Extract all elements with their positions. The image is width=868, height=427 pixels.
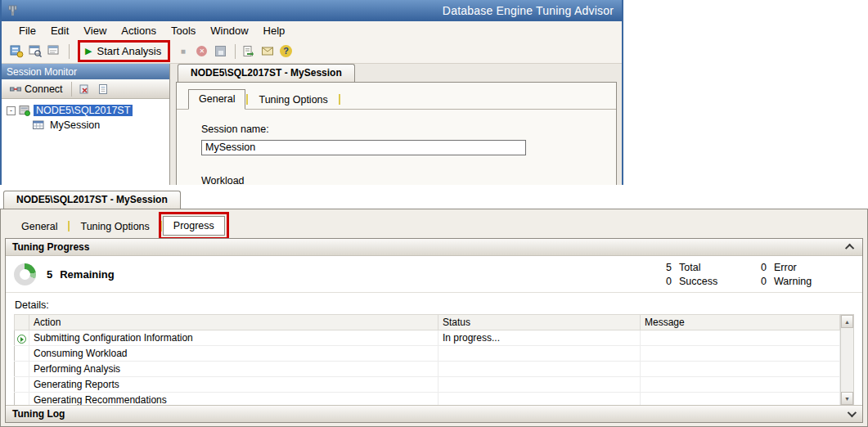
menu-help[interactable]: Help [256,23,293,38]
help-icon[interactable]: ? [277,43,295,60]
tuning-progress-title: Tuning Progress [12,241,89,253]
cell-status [438,377,641,393]
menu-view[interactable]: View [76,23,114,38]
tuning-progress-header[interactable]: Tuning Progress [6,239,862,256]
session-tree: - NODE5\SQL2017ST [2,99,169,185]
session-name-input[interactable] [201,140,526,155]
toolbar-separator [71,82,72,97]
progress-details-table: Action Status Message Submitting Configu… [14,314,840,405]
cell-message [641,346,840,362]
stat-success-value: 0 [666,276,679,287]
stat-error-label: Error [774,262,839,273]
document-tabstrip: NODE5\SQL2017ST - MySession [176,64,622,82]
cancel-analysis-icon[interactable]: ✕ [193,43,210,60]
collapse-chevron-icon[interactable] [845,244,854,253]
open-session-icon[interactable] [27,43,44,60]
tree-node-server-row[interactable]: - NODE5\SQL2017ST [2,103,169,118]
general-tab-form: Session name: Workload [177,110,616,185]
menu-edit[interactable]: Edit [43,23,76,38]
dta-main-window: Database Engine Tuning Advisor File Edit… [0,0,623,185]
export-report-icon[interactable] [259,43,276,60]
tuning-log-header[interactable]: Tuning Log [6,405,862,422]
table-row[interactable]: Generating Recommendations [15,393,840,405]
cell-action: Generating Recommendations [29,393,438,405]
cell-status [438,346,641,362]
connect-label: Connect [25,83,63,95]
document-tab[interactable]: NODE5\SQL2017ST - MySession [178,64,355,82]
top-window-body: Session Monitor Connect [2,64,622,185]
progress-summary: 5 Remaining 5 Total 0 Error 0 Success 0 … [6,256,862,294]
scroll-down-button[interactable]: ▼ [841,392,853,405]
server-icon [19,105,30,116]
progress-content: Tuning Progress 5 Remaining 5 Total 0 Er… [5,238,863,423]
progress-window-body: General Tuning Options Progress Tuning P… [0,209,868,427]
table-row[interactable]: Consuming Workload [15,346,840,362]
menu-window[interactable]: Window [203,23,255,38]
cell-status: In progress... [438,330,641,346]
menu-actions[interactable]: Actions [114,23,164,38]
down-arrow-icon: ▼ [844,396,850,402]
document-tab-bottom[interactable]: NODE5\SQL2017ST - MySession [3,191,181,209]
start-analysis-label: Start Analysis [97,45,161,57]
menubar: File Edit View Actions Tools Window Help [2,21,622,39]
table-scrollbar[interactable]: ▲ ▼ [840,314,854,405]
row-indicator-header [15,315,29,330]
tuning-log-title: Tuning Log [12,408,65,420]
session-tabstrip-bottom: General Tuning Options Progress [5,209,863,238]
tab-tuning-options[interactable]: Tuning Options [249,91,337,109]
save-icon[interactable] [212,43,229,60]
session-monitor-header: Session Monitor [2,64,169,79]
session-properties-icon[interactable] [95,80,112,97]
toolbar-separator [69,44,70,59]
col-message[interactable]: Message [641,315,840,330]
workload-label: Workload [201,175,616,186]
table-row[interactable]: Generating Reports [15,377,840,393]
tab-general[interactable]: General [188,89,245,110]
view-sessions-icon[interactable] [46,43,63,60]
session-name-label: Session name: [201,124,616,135]
cell-action: Performing Analysis [29,362,438,377]
connect-button[interactable]: Connect [6,82,67,97]
stat-success-label: Success [679,276,761,287]
cell-message [641,393,840,405]
table-header-row: Action Status Message [15,315,840,330]
tab-tuning-options-bottom[interactable]: Tuning Options [70,218,159,236]
cell-message [641,377,840,393]
kill-session-icon[interactable] [76,80,93,97]
cell-status [438,362,641,377]
app-icon [7,4,20,17]
document-tabstrip-bottom: NODE5\SQL2017ST - MySession [0,191,868,209]
titlebar[interactable]: Database Engine Tuning Advisor [2,0,622,21]
menu-tools[interactable]: Tools [164,23,203,38]
session-page: General Tuning Options Session name: Wor… [176,82,617,185]
tree-node-session-row[interactable]: MySession [2,118,169,133]
cell-action: Submitting Configuration Information [29,330,438,346]
scroll-up-button[interactable]: ▲ [841,315,853,328]
tree-node-server[interactable]: NODE5\SQL2017ST [34,105,133,116]
table-row[interactable]: Performing Analysis [15,362,840,377]
expand-chevron-icon[interactable] [848,408,857,417]
up-arrow-icon: ▲ [844,319,850,325]
new-session-icon[interactable] [8,43,25,60]
document-area: NODE5\SQL2017ST - MySession General Tuni… [170,64,622,185]
session-monitor-toolbar: Connect [2,79,169,99]
tab-general-bottom[interactable]: General [11,218,67,236]
table-row[interactable]: Submitting Configuration Information In … [15,330,840,346]
stat-total-label: Total [679,262,761,273]
stat-warning-value: 0 [761,276,774,287]
stop-analysis-icon[interactable]: ■ [174,43,191,60]
tab-separator [68,221,70,231]
session-monitor-panel: Session Monitor Connect [2,64,170,185]
menu-file[interactable]: File [11,23,43,38]
tree-expander-icon[interactable]: - [7,106,16,115]
col-status[interactable]: Status [438,315,641,330]
progress-donut-icon [14,263,36,285]
col-action[interactable]: Action [29,315,438,330]
start-analysis-button[interactable]: ▶ Start Analysis [85,45,161,57]
cell-action: Generating Reports [29,377,438,393]
tree-node-session[interactable]: MySession [47,119,102,131]
import-workload-icon[interactable] [240,43,257,60]
tab-separator [246,94,248,105]
start-analysis-annotation-box: ▶ Start Analysis [78,40,170,62]
tab-progress[interactable]: Progress [163,216,225,236]
